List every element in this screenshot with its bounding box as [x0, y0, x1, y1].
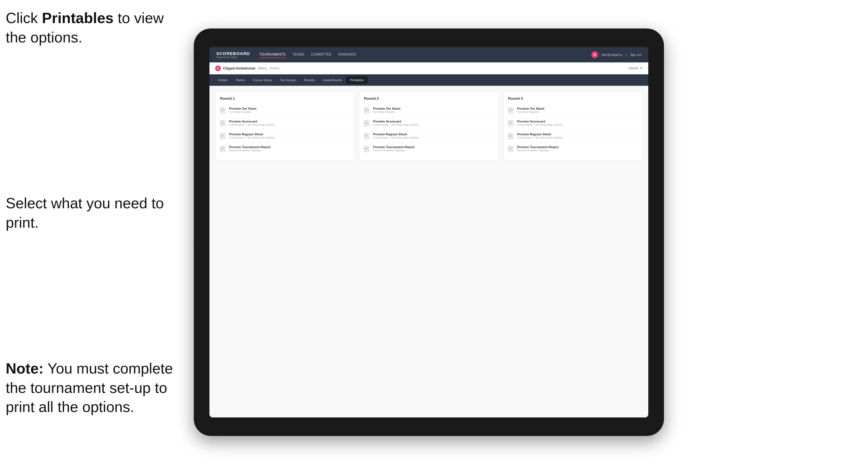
- round-1-tee-sheet[interactable]: Preview Tee Sheet Tee Sheet required: [220, 104, 350, 117]
- doc-r2-3: [364, 133, 370, 141]
- round-1-column: Round 1 Preview Tee Sheet Tee Sheet requ…: [215, 91, 354, 160]
- separator: |: [626, 53, 627, 56]
- document-icon-4: [220, 146, 226, 153]
- svg-rect-16: [220, 146, 225, 152]
- hosting-badge: Hosting: [270, 67, 279, 70]
- tournament-title: Clippd Invitational: [223, 66, 255, 70]
- round-3-tournament-report[interactable]: Preview Tournament Report Round Completi…: [508, 143, 638, 156]
- round-3-raguzzi[interactable]: Preview Raguzzi Sheet Course setup + Tee…: [508, 130, 638, 143]
- round-1-raguzzi[interactable]: Preview Raguzzi Sheet Course setup + Tee…: [220, 130, 350, 143]
- round-2-report-subtitle: Round Completion required: [373, 149, 414, 152]
- round-2-tournament-report[interactable]: Preview Tournament Report Round Completi…: [364, 143, 494, 156]
- round-1-report-title: Preview Tournament Report: [229, 145, 271, 149]
- round-2-raguzzi-title: Preview Raguzzi Sheet: [373, 132, 418, 136]
- document-icon: [220, 107, 226, 115]
- annotation-bold-printables: Printables: [42, 10, 114, 26]
- cancel-label[interactable]: Cancel: [628, 66, 638, 70]
- round-2-raguzzi-subtitle: Course setup + Tee Sheet data required: [373, 136, 418, 139]
- round-3-scorecard-subtitle: Course setup + Tee Sheet data required: [517, 123, 563, 126]
- tournament-name: C Clippd Invitational (Men) Hosting: [215, 65, 279, 71]
- round-1-raguzzi-subtitle: Course setup + Tee Sheet data required: [229, 136, 275, 139]
- document-icon-2: [220, 120, 226, 128]
- doc-r3-2: [508, 120, 514, 128]
- svg-rect-48: [508, 146, 513, 152]
- round-3-raguzzi-text: Preview Raguzzi Sheet Course setup + Tee…: [517, 132, 563, 139]
- round-3-report-subtitle: Round Completion required: [517, 149, 559, 152]
- round-2-tee-sheet-title: Preview Tee Sheet: [373, 107, 400, 110]
- round-3-scorecard-text: Preview Scorecard Course setup + Tee She…: [517, 120, 563, 126]
- svg-rect-36: [508, 108, 513, 114]
- tab-leaderboards[interactable]: Leaderboards: [318, 76, 346, 84]
- round-1-report-text: Preview Tournament Report Round Completi…: [229, 145, 271, 152]
- round-1-raguzzi-text: Preview Raguzzi Sheet Course setup + Tee…: [229, 132, 275, 139]
- round-3-tee-sheet[interactable]: Preview Tee Sheet Tee Sheet required: [508, 104, 638, 117]
- user-email: blair@clippd.io: [601, 53, 622, 56]
- nav-committee[interactable]: COMMITTEE: [311, 51, 332, 58]
- nav-rankings[interactable]: RANKINGS: [338, 51, 356, 58]
- svg-rect-44: [508, 133, 513, 139]
- round-1-scorecard[interactable]: Preview Scorecard Course setup + Tee She…: [220, 117, 350, 130]
- cancel-x[interactable]: ✕: [640, 66, 643, 70]
- doc-r2-4: [364, 146, 370, 153]
- round-3-report-text: Preview Tournament Report Round Completi…: [517, 145, 559, 152]
- round-1-tee-sheet-title: Preview Tee Sheet: [229, 107, 256, 110]
- tab-printables[interactable]: Printables: [346, 76, 368, 84]
- sub-nav: C Clippd Invitational (Men) Hosting Canc…: [210, 62, 648, 74]
- round-2-scorecard-subtitle: Course setup + Tee Sheet data required: [373, 123, 418, 126]
- round-1-tee-sheet-subtitle: Tee Sheet required: [229, 111, 256, 114]
- sign-out-link[interactable]: Sign out: [630, 53, 642, 56]
- round-1-report-subtitle: Round Completion required: [229, 149, 271, 152]
- doc-r3-4: [508, 146, 514, 153]
- round-3-tee-sheet-subtitle: Tee Sheet required: [517, 111, 545, 114]
- round-2-tee-sheet-subtitle: Tee Sheet required: [373, 111, 400, 114]
- round-1-tournament-report[interactable]: Preview Tournament Report Round Completi…: [220, 143, 350, 156]
- top-nav-links: TOURNAMENTS TEAMS COMMITTEE RANKINGS: [259, 51, 591, 58]
- rounds-container: Round 1 Preview Tee Sheet Tee Sheet requ…: [215, 91, 643, 160]
- round-2-scorecard-text: Preview Scorecard Course setup + Tee She…: [373, 120, 418, 126]
- tablet-screen: SCOREBOARD Powered by clippd TOURNAMENTS…: [210, 47, 648, 417]
- doc-r3-1: [508, 107, 514, 115]
- svg-rect-4: [220, 108, 225, 114]
- round-2-raguzzi[interactable]: Preview Raguzzi Sheet Course setup + Tee…: [364, 130, 494, 143]
- round-2-scorecard[interactable]: Preview Scorecard Course setup + Tee She…: [364, 117, 494, 130]
- tournament-bracket: (Men): [258, 66, 267, 70]
- round-3-scorecard-title: Preview Scorecard: [517, 120, 563, 123]
- cancel-area[interactable]: Cancel ✕: [628, 66, 643, 70]
- round-3-raguzzi-subtitle: Course setup + Tee Sheet data required: [517, 136, 563, 139]
- annotation-bottom: Note: You must complete the tournament s…: [6, 359, 182, 417]
- round-1-title: Round 1: [220, 96, 350, 101]
- brand-title: SCOREBOARD: [216, 51, 250, 56]
- round-2-scorecard-title: Preview Scorecard: [373, 120, 418, 123]
- svg-rect-12: [220, 133, 225, 139]
- svg-rect-32: [364, 146, 369, 152]
- svg-rect-24: [364, 121, 369, 126]
- tab-tee-groups[interactable]: Tee Groups: [276, 76, 300, 84]
- nav-teams[interactable]: TEAMS: [292, 51, 304, 58]
- round-2-report-text: Preview Tournament Report Round Completi…: [373, 145, 414, 152]
- round-3-tee-sheet-title: Preview Tee Sheet: [517, 107, 545, 110]
- tablet-device: SCOREBOARD Powered by clippd TOURNAMENTS…: [194, 29, 664, 436]
- main-content: Round 1 Preview Tee Sheet Tee Sheet requ…: [210, 86, 648, 417]
- round-3-report-title: Preview Tournament Report: [517, 145, 559, 149]
- annotation-bold-note: Note:: [6, 360, 43, 377]
- doc-r2-2: [364, 120, 370, 128]
- round-3-column: Round 3 Preview Tee Sheet Tee Sheet requ…: [503, 91, 643, 160]
- brand-sub: Powered by clippd: [216, 56, 250, 59]
- round-2-raguzzi-text: Preview Raguzzi Sheet Course setup + Tee…: [373, 132, 418, 139]
- tab-details[interactable]: Details: [214, 76, 232, 84]
- round-3-scorecard[interactable]: Preview Scorecard Course setup + Tee She…: [508, 117, 638, 130]
- round-1-scorecard-text: Preview Scorecard Course setup + Tee She…: [229, 120, 275, 126]
- tab-teams[interactable]: Teams: [232, 76, 249, 84]
- nav-tournaments[interactable]: TOURNAMENTS: [259, 51, 285, 58]
- doc-r2-1: [364, 107, 370, 115]
- round-2-tee-sheet[interactable]: Preview Tee Sheet Tee Sheet required: [364, 104, 494, 117]
- tab-results[interactable]: Results: [300, 76, 318, 84]
- round-3-title: Round 3: [508, 96, 638, 101]
- document-icon-3: [220, 133, 226, 141]
- top-nav-right: B blair@clippd.io | Sign out: [591, 51, 642, 58]
- svg-rect-8: [220, 121, 225, 126]
- tab-course-setup[interactable]: Course Setup: [249, 76, 276, 84]
- round-1-raguzzi-title: Preview Raguzzi Sheet: [229, 132, 275, 136]
- svg-rect-20: [364, 108, 369, 114]
- c-logo: C: [215, 65, 221, 71]
